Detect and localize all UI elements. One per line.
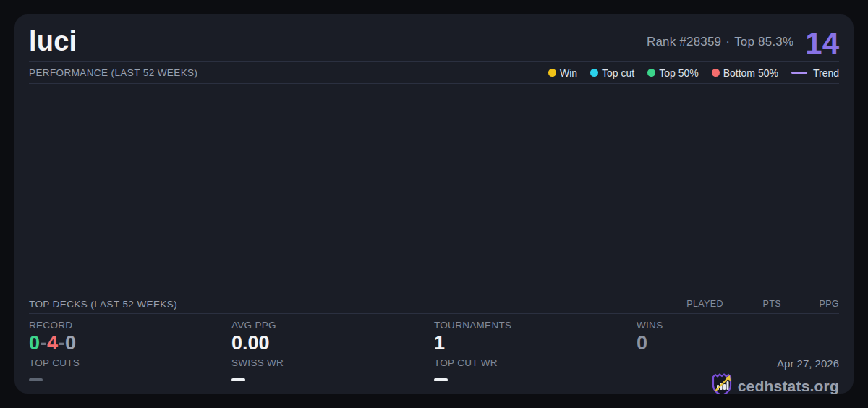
stats-row-secondary: TOP CUTS SWISS WR TOP CUT WR Apr 27, 202…: [29, 355, 839, 394]
legend-item-top-cut: Top cut: [590, 67, 634, 79]
stat-tournaments-value: 1: [434, 333, 637, 354]
performance-header-row: PERFORMANCE (LAST 52 WEEKS) Win Top cut …: [29, 62, 839, 84]
stat-record-label: RECORD: [29, 320, 231, 331]
footer-cell: Apr 27, 2026 cedhstats.org: [637, 357, 839, 394]
stat-wins-value: 0: [637, 333, 839, 354]
record-draws: 0: [65, 332, 77, 354]
performance-section-title: PERFORMANCE (LAST 52 WEEKS): [29, 67, 197, 78]
card-date: Apr 27, 2026: [777, 357, 839, 370]
column-header-played: PLAYED: [665, 299, 723, 309]
top-decks-column-headers: PLAYED PTS PPG: [665, 299, 839, 309]
stat-top-cut-wr: TOP CUT WR: [434, 357, 637, 394]
legend-item-win: Win: [548, 67, 577, 79]
stat-avg-ppg: AVG PPG 0.00: [231, 320, 434, 355]
record-losses: 4: [47, 332, 59, 354]
stat-avg-ppg-value: 0.00: [231, 333, 434, 354]
brand-row[interactable]: cedhstats.org: [711, 373, 839, 394]
stat-wins: WINS 0: [637, 320, 839, 355]
stat-top-cuts-label: TOP CUTS: [29, 357, 231, 368]
record-wins: 0: [29, 332, 41, 354]
top-decks-section-title: TOP DECKS (LAST 52 WEEKS): [29, 299, 177, 310]
legend-label-win: Win: [560, 67, 577, 79]
bottom-50-dot-icon: [712, 69, 720, 77]
legend-label-trend: Trend: [813, 67, 839, 79]
stat-tournaments: TOURNAMENTS 1: [434, 320, 637, 355]
win-dot-icon: [548, 69, 556, 77]
top-cut-wr-placeholder-dash: [434, 378, 448, 381]
header-rank-group: Rank #28359·Top 85.3% 14: [647, 27, 839, 57]
chart-legend: Win Top cut Top 50% Bottom 50% Trend: [548, 67, 839, 79]
card-header: luci Rank #28359·Top 85.3% 14: [29, 14, 839, 62]
stat-wins-label: WINS: [637, 320, 839, 331]
legend-item-trend: Trend: [791, 67, 839, 79]
stat-swiss-wr-label: SWISS WR: [231, 357, 434, 368]
trend-line-icon: [791, 72, 807, 74]
top-cuts-placeholder-dash: [29, 378, 43, 381]
column-header-ppg: PPG: [781, 299, 839, 309]
top-decks-header-row: TOP DECKS (LAST 52 WEEKS) PLAYED PTS PPG: [29, 294, 839, 314]
stat-tournaments-label: TOURNAMENTS: [434, 320, 637, 331]
legend-item-bottom-50: Bottom 50%: [712, 67, 778, 79]
performance-chart-area: [29, 84, 839, 294]
stat-avg-ppg-label: AVG PPG: [231, 320, 434, 331]
stat-record-value: 0-4-0: [29, 333, 231, 354]
player-stats-card: luci Rank #28359·Top 85.3% 14 PERFORMANC…: [14, 14, 854, 394]
top-cut-dot-icon: [590, 69, 598, 77]
legend-item-top-50: Top 50%: [647, 67, 698, 79]
stat-top-cut-wr-label: TOP CUT WR: [434, 357, 637, 368]
swiss-wr-placeholder-dash: [231, 378, 245, 381]
column-header-pts: PTS: [723, 299, 781, 309]
legend-label-bottom-50: Bottom 50%: [723, 67, 778, 79]
stat-record: RECORD 0-4-0: [29, 320, 231, 355]
brand-name[interactable]: cedhstats.org: [738, 378, 839, 394]
legend-label-top-50: Top 50%: [659, 67, 698, 79]
dot-separator: ·: [726, 35, 730, 48]
stat-top-cuts: TOP CUTS: [29, 357, 231, 394]
record-separator: -: [41, 332, 48, 354]
rank-text: Rank #28359·Top 85.3%: [647, 35, 793, 49]
top-percent-label: Top 85.3%: [734, 35, 793, 48]
cedhstats-shield-logo-icon: [711, 373, 733, 394]
stat-swiss-wr: SWISS WR: [231, 357, 434, 394]
legend-label-top-cut: Top cut: [602, 67, 634, 79]
rank-label: Rank #28359: [647, 35, 721, 48]
top-50-dot-icon: [647, 69, 655, 77]
stats-row-primary: RECORD 0-4-0 AVG PPG 0.00 TOURNAMENTS 1 …: [29, 314, 839, 355]
record-separator: -: [59, 332, 66, 354]
player-name: luci: [29, 26, 77, 57]
points-value: 14: [805, 28, 839, 59]
